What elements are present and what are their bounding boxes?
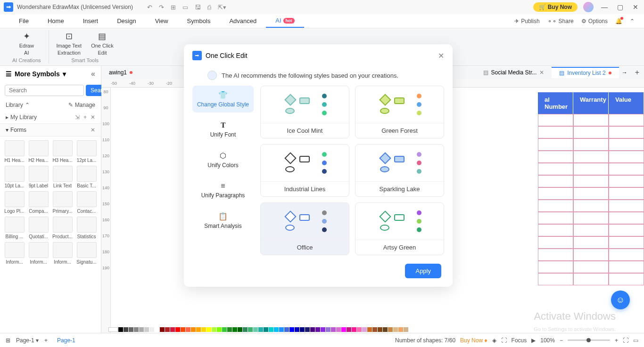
color-swatch[interactable] — [222, 327, 227, 332]
shape-item[interactable]: Inform... — [4, 242, 25, 265]
menu-advanced[interactable]: Advanced — [220, 14, 266, 28]
menu-insert[interactable]: Insert — [74, 14, 108, 28]
style-card-office[interactable]: Office — [260, 202, 349, 255]
color-swatch[interactable] — [269, 327, 273, 332]
color-swatch[interactable] — [155, 327, 159, 332]
redo-icon[interactable]: ↷ — [159, 4, 164, 11]
print-icon[interactable]: ⎙ — [207, 4, 211, 11]
collapse-panel-icon[interactable]: « — [91, 70, 95, 78]
open-icon[interactable]: ▭ — [182, 4, 188, 11]
doc-tab-3[interactable]: ▤Inventory List 2 — [552, 67, 619, 78]
color-swatch[interactable] — [134, 327, 139, 332]
side-option-unify-colors[interactable]: ⬡Unify Colors — [192, 146, 254, 173]
color-swatch[interactable] — [129, 327, 133, 332]
tool-one-click-edit[interactable]: ▤ One Click Edit — [91, 31, 114, 56]
fullscreen-icon[interactable]: ⛶ — [623, 337, 628, 344]
menu-view[interactable]: View — [146, 14, 178, 28]
color-swatch[interactable] — [279, 327, 284, 332]
color-swatch[interactable] — [393, 327, 398, 332]
presentation-icon[interactable]: ▭ — [633, 337, 638, 344]
shape-item[interactable]: 12pt La... — [76, 140, 97, 163]
doc-tab-2[interactable]: ▤Social Media Str...✕ — [476, 67, 552, 78]
color-swatch[interactable] — [253, 327, 258, 332]
color-swatch[interactable] — [144, 327, 149, 332]
import-icon[interactable]: ⇲ — [75, 114, 80, 121]
export-icon[interactable]: ⇱▾ — [218, 4, 226, 11]
color-swatch[interactable] — [315, 327, 320, 332]
color-swatch[interactable] — [170, 327, 175, 332]
add-icon[interactable]: + — [83, 114, 87, 121]
color-swatch[interactable] — [383, 327, 388, 332]
tool-edraw-ai[interactable]: ✦ Edraw AI — [19, 31, 34, 56]
notification-icon[interactable]: 🔔 — [615, 18, 622, 24]
layout-icon[interactable]: ⊞ — [6, 337, 10, 344]
color-swatch[interactable] — [243, 327, 248, 332]
zoom-in-icon[interactable]: + — [615, 337, 618, 344]
layers-icon[interactable]: ◈ — [492, 337, 496, 344]
color-swatch[interactable] — [300, 327, 305, 332]
color-swatch[interactable] — [305, 327, 310, 332]
color-swatch[interactable] — [206, 327, 211, 332]
doc-tab-1[interactable]: awing1 — [101, 67, 140, 78]
menu-symbols[interactable]: Symbols — [178, 14, 220, 28]
shape-item[interactable]: H1 Hea... — [4, 140, 25, 163]
ai-assistant-button[interactable]: ☺ — [611, 291, 630, 309]
fit-icon[interactable]: ⛶ — [501, 337, 507, 344]
menu-ai[interactable]: AI hot — [266, 14, 304, 28]
color-swatch[interactable] — [175, 327, 180, 332]
maximize-icon[interactable]: ▢ — [615, 3, 625, 11]
shape-item[interactable]: Contac... — [76, 191, 97, 214]
color-swatch[interactable] — [310, 327, 315, 332]
style-card-artsy-green[interactable]: Artsy Green — [355, 202, 444, 255]
color-swatch[interactable] — [284, 327, 289, 332]
color-swatch[interactable] — [357, 327, 362, 332]
tab-close-icon[interactable]: ✕ — [539, 69, 544, 76]
modal-close-icon[interactable]: ✕ — [438, 51, 444, 60]
chevron-up-icon[interactable]: ⌃ — [630, 18, 635, 24]
shape-item[interactable]: H2 Hea... — [28, 140, 49, 163]
add-tab-icon[interactable]: + — [630, 68, 644, 77]
zoom-slider[interactable] — [568, 339, 610, 341]
color-swatch[interactable] — [264, 327, 268, 332]
side-option-unify-font[interactable]: 𝐓Unify Font — [192, 116, 254, 143]
color-swatch[interactable] — [362, 327, 367, 332]
color-swatch[interactable] — [367, 327, 372, 332]
style-card-green-forest[interactable]: Green Forest — [355, 86, 444, 138]
publish-button[interactable]: ✈Publish — [514, 18, 539, 24]
shape-item[interactable]: Compa... — [28, 191, 49, 214]
color-swatch[interactable] — [238, 327, 242, 332]
style-card-ice-cool-mint[interactable]: Ice Cool Mint — [260, 86, 349, 138]
save-icon[interactable]: 🖫 — [195, 4, 201, 11]
tool-image-text-extraction[interactable]: ⊡ Image Text Extraction — [57, 31, 82, 56]
side-option-change-global-style[interactable]: 👕Change Global Style — [192, 86, 254, 113]
color-swatch[interactable] — [326, 327, 330, 332]
no-color-swatch[interactable] — [108, 327, 118, 332]
new-icon[interactable]: ⊞ — [171, 4, 176, 11]
search-input[interactable] — [5, 85, 84, 96]
menu-home[interactable]: Home — [38, 14, 74, 28]
color-swatch[interactable] — [378, 327, 382, 332]
shape-item[interactable]: H3 Hea... — [52, 140, 73, 163]
shape-item[interactable]: Basic T... — [76, 166, 97, 188]
color-swatch[interactable] — [124, 327, 128, 332]
color-swatch[interactable] — [160, 327, 165, 332]
color-swatch[interactable] — [289, 327, 294, 332]
side-option-unify-paragraphs[interactable]: ≡Unify Paragraphs — [192, 177, 254, 203]
color-swatch[interactable] — [388, 327, 393, 332]
undo-icon[interactable]: ↶ — [147, 4, 152, 11]
color-swatch[interactable] — [404, 327, 408, 332]
user-avatar[interactable] — [583, 2, 594, 12]
color-swatch[interactable] — [149, 327, 154, 332]
shape-item[interactable]: Inform... — [28, 242, 49, 265]
color-swatch[interactable] — [191, 327, 196, 332]
color-swatch[interactable] — [352, 327, 356, 332]
color-swatch[interactable] — [347, 327, 351, 332]
shape-item[interactable]: Link Text — [52, 166, 73, 188]
shape-item[interactable]: Logo Pl... — [4, 191, 25, 214]
color-swatch[interactable] — [181, 327, 185, 332]
shape-item[interactable]: Statistics — [76, 217, 97, 239]
add-page-icon[interactable]: + — [44, 337, 48, 344]
color-swatch[interactable] — [295, 327, 299, 332]
color-swatch[interactable] — [232, 327, 237, 332]
color-swatch[interactable] — [321, 327, 325, 332]
